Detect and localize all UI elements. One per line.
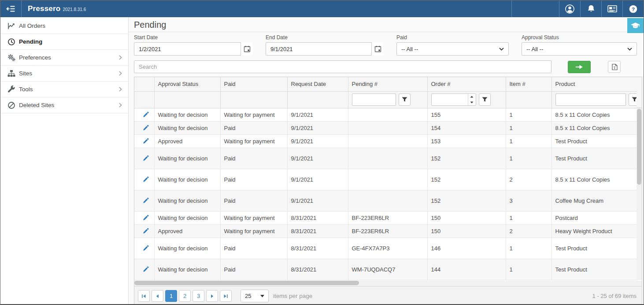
order-number-filter-button[interactable]	[479, 93, 491, 106]
last-page-button[interactable]	[220, 290, 232, 302]
cell-product: 8.5 x 11 Color Copies	[551, 121, 637, 134]
horizontal-scrollbar-thumb[interactable]	[134, 281, 359, 285]
pencil-icon	[143, 266, 149, 272]
search-input[interactable]	[134, 60, 551, 73]
cell-product: Heavy Weight Product	[551, 224, 637, 238]
notifications-button[interactable]	[580, 0, 601, 17]
sidebar-item-label: Pending	[19, 38, 122, 45]
start-date-input[interactable]	[134, 42, 253, 56]
header-scrollbar-gutter	[637, 77, 642, 108]
column-product[interactable]: Product	[551, 77, 637, 91]
page-button-2[interactable]: 2	[179, 290, 191, 302]
cell-request-date: 9/1/2021	[287, 148, 348, 169]
topbar-spacer	[86, 0, 511, 17]
edit-row-button[interactable]	[142, 137, 150, 145]
brand: Pressero 2021.8.31.6	[22, 4, 86, 13]
cell-request-date: 9/1/2021	[287, 134, 348, 148]
next-page-button[interactable]	[206, 290, 218, 302]
pencil-icon	[143, 125, 149, 131]
edit-row-button[interactable]	[142, 197, 150, 205]
order-number-filter-input[interactable]	[432, 94, 468, 105]
page-button-1[interactable]: 1	[165, 290, 177, 302]
brand-name: Pressero	[28, 4, 60, 13]
sidebar-item-pending[interactable]: Pending	[0, 34, 128, 50]
table-row: Waiting for decision Paid 9/1/2021 152 2…	[134, 169, 637, 190]
cell-request-date: 8/31/2021	[287, 211, 348, 224]
help-button[interactable]: ?	[622, 0, 644, 17]
search-go-button[interactable]	[568, 61, 591, 73]
start-date-calendar-button[interactable]	[241, 42, 253, 56]
previous-page-icon	[155, 294, 160, 298]
previous-page-button[interactable]	[152, 290, 163, 302]
account-button[interactable]	[559, 0, 580, 17]
vertical-scrollbar[interactable]	[637, 108, 642, 280]
cell-pending-number	[348, 190, 427, 211]
column-paid[interactable]: Paid	[220, 77, 287, 91]
column-request-date[interactable]: Request Date	[287, 77, 348, 91]
cell-pending-number	[348, 169, 427, 190]
chevron-down-icon	[627, 48, 632, 51]
first-page-button[interactable]	[138, 290, 150, 302]
cell-pending-number: GE-4FX7A7P3	[348, 238, 427, 259]
column-pending-number[interactable]: Pending #	[348, 77, 427, 91]
column-item-number[interactable]: Item #	[506, 77, 551, 91]
edit-row-button[interactable]	[142, 265, 150, 273]
sidebar-item-tools[interactable]: Tools	[0, 82, 128, 97]
news-button[interactable]	[601, 0, 622, 17]
pencil-icon	[143, 138, 149, 144]
edit-row-button[interactable]	[142, 175, 150, 183]
end-date-calendar-button[interactable]	[371, 42, 384, 56]
page-button-3[interactable]: 3	[192, 290, 204, 302]
cell-approval-status: Waiting for decision	[154, 169, 220, 190]
order-number-step-down-button[interactable]	[468, 100, 476, 105]
product-filter-input[interactable]	[555, 93, 626, 106]
cell-order-number: 150	[427, 211, 506, 224]
table-row: Waiting for decision Paid 9/1/2021 152 3…	[134, 190, 637, 211]
sidebar-item-label: All Orders	[19, 22, 122, 29]
column-order-number[interactable]: Order #	[427, 77, 506, 91]
edit-row-button[interactable]	[142, 214, 150, 222]
horizontal-scrollbar[interactable]	[134, 281, 642, 286]
cell-paid: Waiting for payment	[220, 224, 287, 238]
order-number-step-up-button[interactable]	[468, 94, 476, 100]
pencil-icon	[143, 245, 149, 251]
edit-row-button[interactable]	[142, 227, 150, 235]
cell-item-number: 2	[506, 169, 551, 190]
sidebar-item-all-orders[interactable]: All Orders	[0, 18, 128, 34]
vertical-scrollbar-thumb[interactable]	[637, 109, 641, 185]
table-row: Approved Waiting for payment 8/31/2021 B…	[134, 224, 637, 238]
export-excel-button[interactable]: x	[608, 61, 621, 73]
edit-row-button[interactable]	[142, 154, 150, 162]
chevron-right-icon	[119, 87, 122, 92]
calendar-icon	[244, 45, 251, 52]
edit-row-button[interactable]	[142, 111, 150, 119]
sidebar-item-label: Tools	[19, 86, 119, 93]
cell-paid: Paid	[220, 190, 287, 211]
cell-request-date: 9/1/2021	[287, 121, 348, 134]
page-size-select[interactable]: 25	[241, 290, 269, 302]
edit-row-button[interactable]	[142, 244, 150, 252]
sidebar-item-sites[interactable]: Sites	[0, 66, 128, 82]
cell-pending-number: BF-223ER6LR	[348, 211, 427, 224]
approval-status-filter-select[interactable]: -- All --	[522, 42, 637, 56]
paid-filter-select[interactable]: -- All --	[396, 42, 509, 56]
excel-file-icon: x	[611, 63, 618, 71]
column-approval-status[interactable]: Approval Status	[154, 77, 220, 91]
news-icon	[607, 5, 617, 13]
sidebar-item-preferences[interactable]: Preferences	[0, 50, 128, 66]
header-row: Approval Status Paid Request Date Pendin…	[134, 77, 637, 91]
learning-button[interactable]	[627, 18, 644, 33]
table-row: Waiting for decision Paid 8/31/2021 GE-4…	[134, 238, 637, 259]
cell-approval-status: Waiting for decision	[154, 190, 220, 211]
pending-number-filter-input[interactable]	[352, 93, 396, 106]
column-edit	[134, 77, 154, 91]
items-per-page-label: items per page	[273, 293, 312, 299]
menu-toggle-button[interactable]	[0, 0, 22, 17]
edit-row-button[interactable]	[142, 124, 150, 132]
end-date-input[interactable]	[266, 42, 384, 56]
sidebar-item-deleted-sites[interactable]: Deleted Sites	[0, 97, 128, 113]
pencil-icon	[143, 197, 149, 204]
page-size-value: 25	[245, 293, 260, 299]
cell-order-number: 154	[427, 121, 506, 134]
pending-number-filter-button[interactable]	[399, 93, 411, 106]
